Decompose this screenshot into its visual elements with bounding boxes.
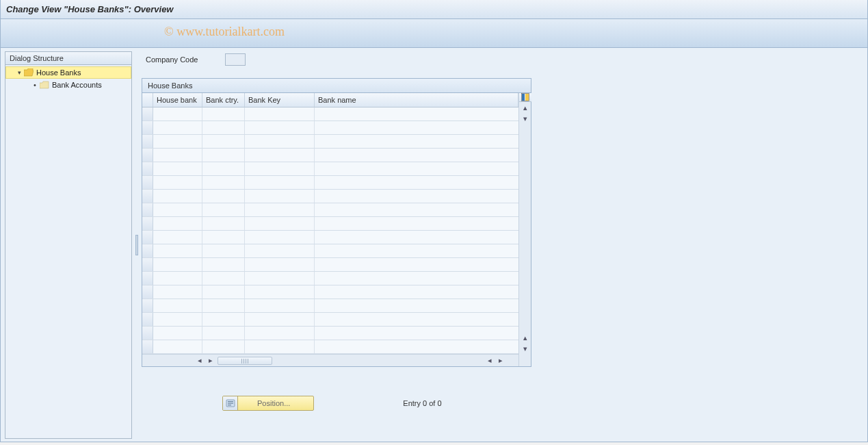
table-row[interactable] xyxy=(142,244,518,258)
cell-bank-ctry[interactable] xyxy=(202,258,245,271)
cell-bank-key[interactable] xyxy=(245,327,315,340)
cell-bank-key[interactable] xyxy=(245,244,315,257)
scroll-thumb[interactable] xyxy=(218,357,272,365)
cell-bank-key[interactable] xyxy=(245,135,315,148)
row-selector[interactable] xyxy=(142,121,153,134)
table-row[interactable] xyxy=(142,272,518,285)
column-header-house-bank[interactable]: House bank xyxy=(153,93,202,107)
cell-house-bank[interactable] xyxy=(153,121,202,134)
cell-bank-name[interactable] xyxy=(315,244,518,257)
cell-bank-ctry[interactable] xyxy=(202,190,245,203)
cell-bank-ctry[interactable] xyxy=(202,176,245,189)
cell-house-bank[interactable] xyxy=(153,162,202,175)
cell-house-bank[interactable] xyxy=(153,217,202,230)
row-selector[interactable] xyxy=(142,285,153,298)
table-row[interactable] xyxy=(142,190,518,203)
column-header-bank-ctry[interactable]: Bank ctry. xyxy=(202,93,245,107)
row-selector[interactable] xyxy=(142,244,153,257)
cell-bank-name[interactable] xyxy=(315,313,518,326)
cell-bank-ctry[interactable] xyxy=(202,107,245,120)
cell-bank-name[interactable] xyxy=(315,176,518,189)
scroll-down-end-icon[interactable]: ▾ xyxy=(519,343,531,354)
row-selector[interactable] xyxy=(142,231,153,244)
cell-bank-name[interactable] xyxy=(315,190,518,203)
table-row[interactable] xyxy=(142,231,518,244)
row-selector[interactable] xyxy=(142,190,153,203)
company-code-input[interactable] xyxy=(225,53,246,66)
cell-bank-ctry[interactable] xyxy=(202,327,245,340)
tree-toggle-icon[interactable]: ▾ xyxy=(16,69,23,76)
table-row[interactable] xyxy=(142,107,518,121)
cell-bank-name[interactable] xyxy=(315,299,518,312)
cell-bank-name[interactable] xyxy=(315,285,518,298)
cell-bank-ctry[interactable] xyxy=(202,272,245,285)
table-row[interactable] xyxy=(142,327,518,340)
cell-bank-key[interactable] xyxy=(245,272,315,285)
vertical-scrollbar[interactable]: ▴ ▾ ▴ ▾ xyxy=(518,93,531,366)
cell-bank-ctry[interactable] xyxy=(202,299,245,312)
row-selector[interactable] xyxy=(142,149,153,162)
cell-bank-ctry[interactable] xyxy=(202,285,245,298)
scroll-up-end-icon[interactable]: ▴ xyxy=(519,332,531,343)
cell-house-bank[interactable] xyxy=(153,272,202,285)
cell-bank-key[interactable] xyxy=(245,162,315,175)
cell-bank-key[interactable] xyxy=(245,176,315,189)
cell-house-bank[interactable] xyxy=(153,176,202,189)
cell-house-bank[interactable] xyxy=(153,135,202,148)
cell-bank-key[interactable] xyxy=(245,107,315,120)
cell-bank-ctry[interactable] xyxy=(202,244,245,257)
cell-house-bank[interactable] xyxy=(153,285,202,298)
row-selector[interactable] xyxy=(142,162,153,175)
table-row[interactable] xyxy=(142,203,518,217)
scroll-left-icon[interactable]: ◂ xyxy=(194,355,205,366)
cell-bank-key[interactable] xyxy=(245,203,315,216)
row-selector[interactable] xyxy=(142,340,153,353)
table-row[interactable] xyxy=(142,299,518,313)
cell-bank-name[interactable] xyxy=(315,327,518,340)
cell-bank-key[interactable] xyxy=(245,231,315,244)
scroll-left-end-icon[interactable]: ◂ xyxy=(484,355,495,366)
scroll-right-end-icon[interactable]: ▸ xyxy=(495,355,506,366)
row-selector[interactable] xyxy=(142,313,153,326)
cell-bank-name[interactable] xyxy=(315,203,518,216)
cell-bank-ctry[interactable] xyxy=(202,340,245,353)
cell-house-bank[interactable] xyxy=(153,340,202,353)
cell-bank-name[interactable] xyxy=(315,258,518,271)
cell-house-bank[interactable] xyxy=(153,327,202,340)
cell-bank-key[interactable] xyxy=(245,299,315,312)
cell-house-bank[interactable] xyxy=(153,231,202,244)
row-selector[interactable] xyxy=(142,327,153,340)
cell-bank-name[interactable] xyxy=(315,107,518,120)
select-all-header[interactable] xyxy=(142,93,153,107)
cell-bank-key[interactable] xyxy=(245,258,315,271)
cell-bank-key[interactable] xyxy=(245,149,315,162)
cell-bank-name[interactable] xyxy=(315,217,518,230)
cell-bank-ctry[interactable] xyxy=(202,149,245,162)
cell-bank-key[interactable] xyxy=(245,285,315,298)
cell-bank-name[interactable] xyxy=(315,272,518,285)
table-row[interactable] xyxy=(142,135,518,149)
row-selector[interactable] xyxy=(142,176,153,189)
tree-node-house-banks[interactable]: ▾ House Banks xyxy=(5,66,131,79)
cell-house-bank[interactable] xyxy=(153,313,202,326)
cell-bank-name[interactable] xyxy=(315,162,518,175)
cell-bank-ctry[interactable] xyxy=(202,231,245,244)
row-selector[interactable] xyxy=(142,203,153,216)
table-row[interactable] xyxy=(142,162,518,176)
cell-bank-ctry[interactable] xyxy=(202,217,245,230)
cell-bank-ctry[interactable] xyxy=(202,121,245,134)
row-selector[interactable] xyxy=(142,272,153,285)
cell-house-bank[interactable] xyxy=(153,203,202,216)
table-row[interactable] xyxy=(142,313,518,327)
cell-bank-name[interactable] xyxy=(315,231,518,244)
column-header-bank-key[interactable]: Bank Key xyxy=(245,93,315,107)
scroll-down-icon[interactable]: ▾ xyxy=(519,113,531,124)
cell-house-bank[interactable] xyxy=(153,244,202,257)
cell-bank-ctry[interactable] xyxy=(202,203,245,216)
table-row[interactable] xyxy=(142,121,518,135)
cell-bank-key[interactable] xyxy=(245,217,315,230)
horizontal-scrollbar[interactable]: ◂ ▸ ◂ ▸ xyxy=(142,354,518,366)
position-button[interactable]: Position... xyxy=(222,396,314,411)
table-row[interactable] xyxy=(142,285,518,299)
cell-house-bank[interactable] xyxy=(153,299,202,312)
